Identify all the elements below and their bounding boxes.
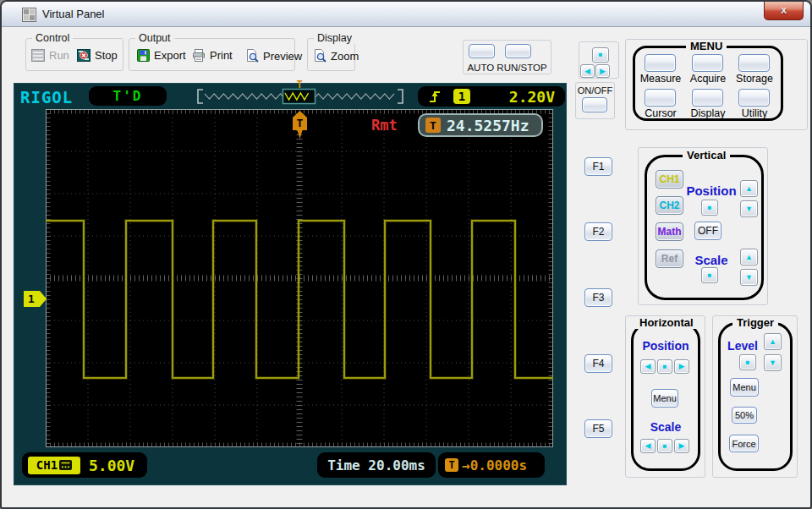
vertical-scale-label: Scale [683, 253, 739, 267]
vertical-position-down-button[interactable]: ▼ [740, 200, 758, 217]
onoff-button[interactable] [582, 97, 607, 112]
off-button[interactable]: OFF [694, 222, 721, 240]
zoom-magnifier-icon [313, 49, 326, 63]
ch2-button[interactable]: CH2 [656, 196, 683, 215]
print-label: Print [210, 49, 233, 62]
horizontal-position-right-button[interactable]: ▶ [674, 359, 689, 374]
horizontal-position-label: Position [631, 339, 700, 353]
print-button[interactable]: Print [192, 49, 233, 62]
trigger-level-up-button[interactable]: ▲ [764, 333, 782, 350]
channel1-badge: CH1 [28, 457, 80, 474]
stop-button[interactable]: Stop [77, 49, 118, 62]
nav-right-button[interactable]: ▶ [595, 64, 610, 78]
trigger-force-button[interactable]: Force [729, 435, 759, 452]
horizontal-position-left-button[interactable]: ◀ [640, 359, 656, 374]
display-group-label: Display [314, 32, 355, 44]
trigger-level-down-button[interactable]: ▼ [764, 354, 782, 371]
trigger-level-set-button[interactable]: ■ [739, 354, 756, 370]
stop-icon [77, 49, 91, 62]
frequency-counter-box: T 24.5257Hz [418, 113, 543, 137]
menu-button-cursor[interactable] [645, 89, 676, 107]
horizontal-title: Horizontal [635, 316, 698, 329]
channel1-status-box: CH1 5.00V [22, 452, 147, 478]
vertical-scale-up-button[interactable]: ▲ [740, 249, 758, 265]
trigger-menu-button[interactable]: Menu [730, 378, 759, 397]
vertical-title: Vertical [683, 149, 730, 161]
stop-label: Stop [95, 49, 118, 62]
timebase-value: Time 20.00ms [327, 457, 425, 473]
menu-title: MENU [686, 40, 727, 52]
square-icon: ■ [663, 443, 667, 450]
menu-button-storage[interactable] [738, 54, 770, 72]
output-groupbox: Output Export Print [129, 38, 295, 71]
zoom-button[interactable]: Zoom [313, 49, 359, 63]
trigger-50pct-button[interactable]: 50% [732, 407, 757, 424]
printer-icon [192, 49, 206, 62]
dc-coupling-icon [59, 460, 72, 470]
vertical-scale-down-button[interactable]: ▼ [740, 269, 758, 286]
offset-t-badge: T [445, 458, 458, 472]
trigger-level-value: 2.20V [509, 88, 555, 106]
preview-button[interactable]: Preview [245, 49, 302, 63]
vertical-scale-set-button[interactable]: ■ [701, 267, 718, 283]
square-icon: ■ [746, 359, 750, 366]
control-group-label: Control [32, 32, 73, 44]
down-arrow-icon: ▼ [745, 205, 753, 213]
export-button[interactable]: Export [137, 49, 186, 62]
trigger-status-box: T'D [89, 86, 167, 106]
title-bar: Virtual Panel x [2, 2, 810, 27]
f3-button[interactable]: F3 [584, 288, 612, 307]
nav-left-button[interactable]: ◀ [580, 64, 595, 78]
menu-label-storage: Storage [728, 73, 781, 85]
menu-label-utility: Utility [728, 107, 781, 119]
horizontal-scale-right-button[interactable]: ▶ [674, 439, 689, 453]
scope-brand-logo: RIGOL [20, 88, 73, 107]
runstop-button[interactable] [505, 44, 531, 58]
auto-button[interactable] [469, 44, 495, 58]
f5-button[interactable]: F5 [584, 419, 612, 438]
floppy-export-icon [137, 49, 150, 62]
vertical-position-up-button[interactable]: ▲ [740, 180, 758, 197]
auto-runstop-panel: AUTO RUN/STOP [463, 40, 551, 74]
f4-button[interactable]: F4 [584, 354, 612, 373]
close-button[interactable]: x [764, 2, 804, 20]
scope-graticule [46, 109, 553, 447]
onoff-label: ON/OFF [576, 85, 614, 96]
onoff-panel: ON/OFF [575, 82, 615, 119]
ref-button[interactable]: Ref [656, 249, 683, 268]
menu-label-cursor: Cursor [634, 107, 687, 119]
f2-button[interactable]: F2 [584, 222, 612, 241]
menu-button-display[interactable] [692, 89, 723, 107]
nav-select-button[interactable]: ■ [592, 47, 609, 63]
remote-indicator: Rmt [371, 117, 398, 134]
menu-button-utility[interactable] [738, 89, 770, 107]
app-icon [22, 8, 36, 22]
horizontal-menu-button[interactable]: Menu [651, 389, 678, 408]
horizontal-scale-left-button[interactable]: ◀ [640, 439, 656, 453]
trigger-status: T'D [113, 88, 143, 104]
run-button[interactable]: Run [31, 49, 69, 62]
down-arrow-icon: ▼ [769, 359, 776, 367]
menu-button-acquire[interactable] [692, 54, 723, 72]
horizontal-position-set-button[interactable]: ■ [657, 359, 672, 374]
preview-magnifier-icon [245, 49, 259, 63]
ch1-button[interactable]: CH1 [656, 170, 683, 189]
menu-label-measure: Measure [634, 73, 687, 85]
f1-button[interactable]: F1 [584, 157, 612, 176]
square-icon: ■ [708, 272, 712, 279]
nav-panel: ■ ◀ ▶ [579, 41, 619, 79]
output-group-label: Output [135, 32, 174, 44]
menu-button-measure[interactable] [645, 54, 676, 72]
trigger-source-badge: 1 [453, 89, 470, 104]
vertical-position-set-button[interactable]: ■ [701, 200, 718, 216]
square-icon: ■ [708, 205, 712, 211]
horizontal-scale-set-button[interactable]: ■ [657, 439, 672, 453]
display-groupbox: Display Zoom [307, 38, 355, 71]
down-arrow-icon: ▼ [745, 274, 753, 282]
channel1-scale-value: 5.00V [89, 457, 134, 474]
offset-arrow-icon: → [462, 457, 470, 473]
math-button[interactable]: Math [656, 222, 683, 241]
left-arrow-icon: ◀ [584, 68, 590, 75]
preview-trigger-marker: T [293, 79, 306, 90]
trigger-marker-letter: T [297, 117, 304, 129]
